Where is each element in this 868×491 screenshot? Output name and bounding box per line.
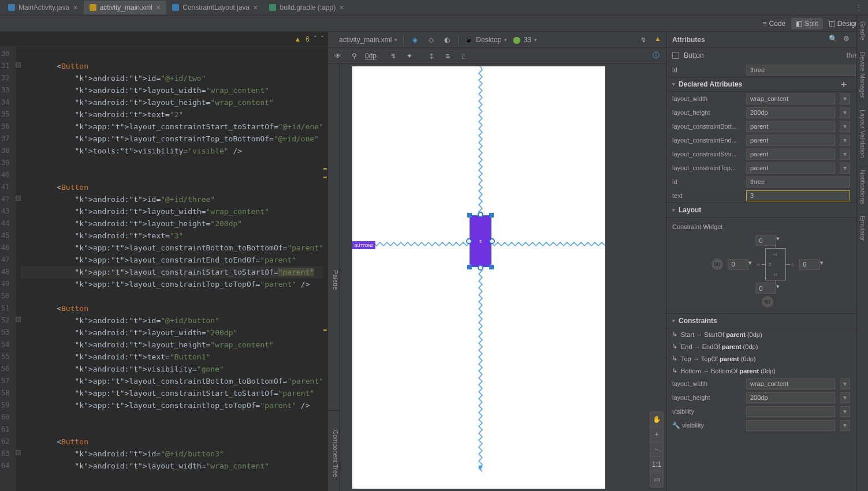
- dropdown-icon[interactable]: ▾: [840, 163, 850, 174]
- search-icon[interactable]: 🔍: [829, 35, 837, 44]
- constraints-section[interactable]: ▾Constraints: [666, 313, 868, 328]
- bias-h[interactable]: 50: [711, 258, 723, 270]
- warning-icon[interactable]: ▲: [294, 35, 301, 43]
- constraint-item[interactable]: ↳End → EndOf parent (0dp): [666, 340, 868, 353]
- theme-icon[interactable]: ◐: [442, 35, 452, 45]
- magnet-icon[interactable]: ⚲: [349, 51, 359, 61]
- design-warning-icon[interactable]: ▲: [654, 35, 661, 45]
- default-margin[interactable]: 0dp: [365, 52, 377, 60]
- attr-text[interactable]: 3: [746, 190, 850, 201]
- close-icon[interactable]: ×: [253, 3, 258, 12]
- layers-icon[interactable]: ◈: [409, 35, 420, 45]
- constraint-icon: ↳: [672, 367, 677, 374]
- dropdown-icon[interactable]: ▾: [840, 149, 850, 160]
- close-icon[interactable]: ×: [339, 3, 344, 12]
- gear-icon[interactable]: ⚙: [843, 35, 850, 44]
- locale-icon[interactable]: ↯: [638, 35, 649, 45]
- visibility-icon[interactable]: 👁: [333, 51, 343, 61]
- component-tree-vert[interactable]: Component Tree: [328, 410, 340, 491]
- next-highlight-icon[interactable]: ˇ: [321, 35, 323, 43]
- attributes-panel: Attributes 🔍 ⚙ － Button three id three ▾…: [666, 32, 868, 491]
- margin-right-field[interactable]: 0: [799, 259, 820, 270]
- tab-MainActivity-java[interactable]: MainActivity.java×: [2, 1, 84, 14]
- preview-button2[interactable]: BUTTON2: [352, 241, 375, 249]
- tab-ConstraintLayout-java[interactable]: ConstraintLayout.java×: [166, 1, 263, 14]
- more-icon[interactable]: ⋮: [855, 3, 868, 12]
- component-type: Button: [684, 51, 704, 59]
- dropdown-icon[interactable]: ▾: [840, 420, 850, 431]
- prev-highlight-icon[interactable]: ˆ: [314, 35, 316, 43]
- dropdown-icon[interactable]: ▾: [840, 135, 850, 146]
- declared-section[interactable]: ▾Declared Attributes ＋ －: [666, 77, 868, 92]
- constraint-icon: ↳: [672, 355, 677, 362]
- tool-device-manager[interactable]: Device Manager: [857, 46, 868, 104]
- attr-visibility[interactable]: [746, 406, 835, 417]
- component-icon: [672, 52, 679, 59]
- margin-bottom-field[interactable]: 0: [755, 283, 776, 294]
- dropdown-icon[interactable]: ▾: [840, 406, 850, 417]
- tab-build-gradle-app-[interactable]: build.gradle (:app)×: [263, 1, 349, 14]
- tool-emulator[interactable]: Emulator: [857, 210, 868, 247]
- constraint-item[interactable]: ↳Start → StartOf parent (0dp): [666, 328, 868, 340]
- zoom-controls: ✋ ＋ － 1:1 ▭: [650, 411, 664, 488]
- constraint-item[interactable]: ↳Bottom → BottomOf parent (0dp): [666, 365, 868, 377]
- dropdown-icon[interactable]: ▾: [840, 93, 850, 104]
- margin-left-field[interactable]: 0: [728, 259, 748, 270]
- close-icon[interactable]: ×: [156, 3, 161, 12]
- design-pane: activity_main.xml▾ ◈ ◇ ◐ 📱Desktop▾ ⬤33▾ …: [328, 32, 666, 491]
- attr-layout_constraintStar...[interactable]: parent: [746, 149, 835, 160]
- distribute-icon[interactable]: ⫿: [459, 51, 469, 61]
- attr-layout_constraintTop...[interactable]: parent: [746, 163, 835, 174]
- wand-icon[interactable]: ✦: [404, 51, 415, 61]
- close-icon[interactable]: ×: [73, 3, 77, 12]
- dropdown-icon[interactable]: ▾: [840, 378, 850, 389]
- file-dropdown[interactable]: activity_main.xml▾: [339, 36, 397, 44]
- attributes-title: Attributes: [672, 36, 705, 44]
- zoom-frame-icon[interactable]: ▭: [650, 472, 663, 487]
- file-icon: [8, 4, 15, 11]
- view-code[interactable]: ≡Code: [758, 18, 791, 29]
- align-icon[interactable]: ≡: [442, 51, 453, 61]
- attr-layout_constraintEnd...[interactable]: parent: [746, 135, 835, 146]
- tool-notifications[interactable]: Notifications: [857, 164, 868, 210]
- attr-id[interactable]: three: [746, 177, 850, 188]
- line-gutter[interactable]: 3031323334353637383940414243444546474849…: [0, 47, 13, 491]
- attr-layout_width[interactable]: wrap_content: [746, 93, 835, 104]
- device-dropdown[interactable]: 📱Desktop▾: [464, 36, 507, 44]
- tool-gradle[interactable]: Gradle: [857, 16, 868, 46]
- add-attr-icon[interactable]: ＋: [839, 78, 848, 91]
- attr-layout_constraintBott...[interactable]: parent: [746, 121, 835, 132]
- tab-activity_main-xml[interactable]: activity_main.xml×: [84, 1, 167, 14]
- guideline-icon[interactable]: ‡: [426, 51, 437, 61]
- code-editor[interactable]: ▲ 6 ˆ ˇ 30313233343536373839404142434445…: [0, 32, 328, 491]
- attr-layout_height[interactable]: 200dp: [746, 107, 835, 118]
- constraint-item[interactable]: ↳Top → TopOf parent (0dp): [666, 353, 868, 365]
- editor-tabs: MainActivity.java×activity_main.xml×Cons…: [0, 0, 868, 16]
- file-icon: [269, 4, 276, 11]
- id-field[interactable]: three: [746, 65, 862, 76]
- zoom-fit[interactable]: 1:1: [650, 457, 663, 472]
- api-dropdown[interactable]: ⬤33▾: [513, 36, 537, 44]
- selected-view[interactable]: 3: [470, 215, 491, 267]
- zoom-out-icon[interactable]: －: [650, 442, 663, 457]
- blueprint-icon[interactable]: ◇: [426, 35, 436, 45]
- attr-layout_height[interactable]: 200dp: [746, 392, 835, 403]
- dropdown-icon[interactable]: ▾: [840, 392, 850, 403]
- attr-visibility[interactable]: [746, 420, 835, 431]
- code-area[interactable]: <Button "k">android:"t">id="@+id/two" "k…: [16, 47, 328, 491]
- view-mode-bar: ≡Code ◧Split ◫Design: [0, 16, 868, 32]
- pan-icon[interactable]: ✋: [650, 412, 663, 427]
- constraint-icon: ↳: [672, 331, 677, 338]
- layout-section[interactable]: ▾Layout: [666, 203, 868, 218]
- dropdown-icon[interactable]: ▾: [840, 121, 850, 132]
- margin-top-field[interactable]: 0: [755, 235, 776, 246]
- constraint-box[interactable]: ›‹ ›‹ ›‹: [765, 248, 786, 280]
- clear-icon[interactable]: ↯: [388, 51, 398, 61]
- view-split[interactable]: ◧Split: [791, 18, 822, 29]
- bias-v[interactable]: 50: [762, 296, 773, 308]
- dropdown-icon[interactable]: ▾: [840, 107, 850, 118]
- tool-layout-validation[interactable]: Layout Validation: [857, 104, 868, 164]
- attr-layout_width[interactable]: wrap_content: [746, 378, 835, 389]
- zoom-in-icon[interactable]: ＋: [650, 427, 663, 442]
- info-icon[interactable]: ⓘ: [651, 51, 661, 61]
